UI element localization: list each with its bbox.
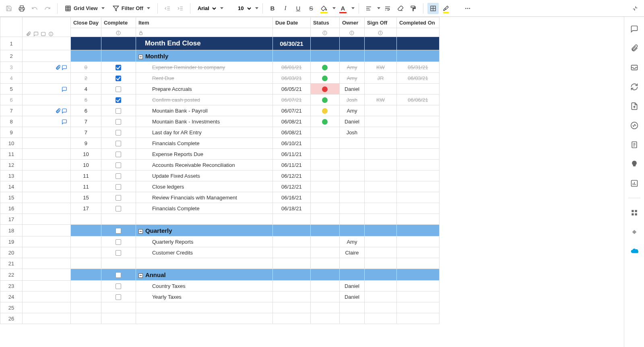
- close-day-cell[interactable]: 11: [71, 181, 101, 192]
- indent-button[interactable]: [175, 3, 186, 14]
- completed-on-cell[interactable]: [396, 281, 439, 292]
- complete-cell[interactable]: [101, 192, 136, 203]
- signoff-cell[interactable]: [364, 292, 396, 302]
- signoff-cell[interactable]: [364, 170, 396, 181]
- completed-on-cell[interactable]: [396, 247, 439, 258]
- row-indicators[interactable]: [23, 127, 71, 138]
- item-cell[interactable]: Last day for AR Entry: [136, 127, 272, 138]
- item-cell[interactable]: Yearly Taxes: [136, 292, 272, 302]
- due-date-cell[interactable]: 06/18/21: [272, 203, 310, 214]
- row-indicators[interactable]: [23, 62, 71, 73]
- proofs-panel-button[interactable]: [630, 63, 639, 72]
- close-day-cell[interactable]: 6: [71, 105, 101, 116]
- complete-cell[interactable]: [101, 203, 136, 214]
- comments-panel-button[interactable]: [630, 24, 639, 34]
- close-day-cell[interactable]: 7: [71, 116, 101, 127]
- row-indicators[interactable]: [23, 73, 71, 84]
- checkbox[interactable]: [116, 173, 121, 179]
- item-cell[interactable]: Mountain Bank - Payroll: [136, 105, 272, 116]
- save-button[interactable]: [3, 3, 14, 14]
- font-family-select[interactable]: Arial: [194, 3, 217, 14]
- item-cell[interactable]: Quarterly Reports: [136, 236, 272, 247]
- checkbox[interactable]: [116, 86, 121, 92]
- checkbox[interactable]: [116, 130, 121, 136]
- item-cell[interactable]: Prepare Accruals: [136, 84, 272, 94]
- complete-cell[interactable]: [101, 170, 136, 181]
- status-cell[interactable]: [310, 84, 339, 94]
- clear-format-button[interactable]: [395, 3, 406, 14]
- due-date-cell[interactable]: 06/12/21: [272, 170, 310, 181]
- col-header-due-date[interactable]: Due Date: [272, 17, 310, 28]
- complete-cell[interactable]: [101, 160, 136, 170]
- checkbox[interactable]: [116, 119, 121, 125]
- redo-button[interactable]: [42, 3, 53, 14]
- item-cell[interactable]: Accounts Receivable Reconciliation: [136, 160, 272, 170]
- checkbox[interactable]: [116, 195, 121, 201]
- completed-on-cell[interactable]: 06/06/21: [396, 94, 439, 105]
- collapse-toggle[interactable]: −: [138, 273, 143, 278]
- due-date-cell[interactable]: 06/03/21: [272, 73, 310, 84]
- row-indicators[interactable]: [23, 236, 71, 247]
- status-cell[interactable]: [310, 160, 339, 170]
- row-indicators[interactable]: [23, 160, 71, 170]
- complete-cell[interactable]: [101, 127, 136, 138]
- table-row[interactable]: 3 0 Expense Reminder to company 06/01/21…: [0, 62, 440, 73]
- checkbox[interactable]: [116, 294, 121, 300]
- completed-on-cell[interactable]: [396, 116, 439, 127]
- completed-on-cell[interactable]: [396, 292, 439, 302]
- due-date-cell[interactable]: 06/12/21: [272, 181, 310, 192]
- close-day-cell[interactable]: 10: [71, 160, 101, 170]
- owner-cell[interactable]: [339, 138, 364, 149]
- signoff-cell[interactable]: [364, 181, 396, 192]
- row-indicators[interactable]: [23, 170, 71, 181]
- due-date-cell[interactable]: [272, 236, 310, 247]
- outdent-button[interactable]: [162, 3, 173, 14]
- owner-cell[interactable]: Josh: [339, 127, 364, 138]
- completed-on-cell[interactable]: [396, 149, 439, 160]
- section-header[interactable]: −Annual: [136, 269, 272, 281]
- owner-cell[interactable]: [339, 170, 364, 181]
- owner-cell[interactable]: [339, 149, 364, 160]
- underline-button[interactable]: U: [293, 3, 304, 14]
- status-cell[interactable]: [310, 181, 339, 192]
- signoff-cell[interactable]: [364, 236, 396, 247]
- status-cell[interactable]: [310, 203, 339, 214]
- owner-cell[interactable]: Amy: [339, 73, 364, 84]
- owner-cell[interactable]: [339, 160, 364, 170]
- owner-cell[interactable]: [339, 192, 364, 203]
- wrap-button[interactable]: [382, 3, 393, 14]
- row-indicators[interactable]: [23, 192, 71, 203]
- status-cell[interactable]: [310, 281, 339, 292]
- complete-cell[interactable]: [101, 247, 136, 258]
- table-row[interactable]: 14 11 Close ledgers 06/12/21: [0, 181, 440, 192]
- signoff-cell[interactable]: [364, 84, 396, 94]
- col-header-status[interactable]: Status: [310, 17, 339, 28]
- signoff-cell[interactable]: [364, 160, 396, 170]
- align-button[interactable]: [363, 3, 374, 14]
- collapse-button[interactable]: [630, 3, 641, 14]
- close-day-cell[interactable]: 6: [71, 94, 101, 105]
- checkbox[interactable]: [116, 272, 121, 278]
- close-day-cell[interactable]: 17: [71, 203, 101, 214]
- conditional-format-button[interactable]: [427, 3, 439, 14]
- complete-cell[interactable]: [101, 138, 136, 149]
- completed-on-cell[interactable]: [396, 170, 439, 181]
- row-indicators[interactable]: [23, 292, 71, 302]
- table-row[interactable]: 18 −Quarterly: [0, 225, 440, 236]
- col-header-close-day[interactable]: Close Day: [71, 17, 101, 28]
- owner-cell[interactable]: Daniel: [339, 292, 364, 302]
- owner-cell[interactable]: Daniel: [339, 281, 364, 292]
- complete-cell[interactable]: [101, 73, 136, 84]
- completed-on-cell[interactable]: [396, 192, 439, 203]
- completed-on-cell[interactable]: [396, 203, 439, 214]
- signoff-cell[interactable]: [364, 247, 396, 258]
- bold-button[interactable]: B: [267, 3, 278, 14]
- view-switcher[interactable]: Grid View: [62, 3, 108, 14]
- signoff-cell[interactable]: [364, 105, 396, 116]
- item-cell[interactable]: Expense Reports Due: [136, 149, 272, 160]
- close-day-cell[interactable]: 9: [71, 138, 101, 149]
- row-indicators[interactable]: [23, 116, 71, 127]
- status-cell[interactable]: [310, 116, 339, 127]
- status-cell[interactable]: [310, 73, 339, 84]
- item-cell[interactable]: Financials Complete: [136, 203, 272, 214]
